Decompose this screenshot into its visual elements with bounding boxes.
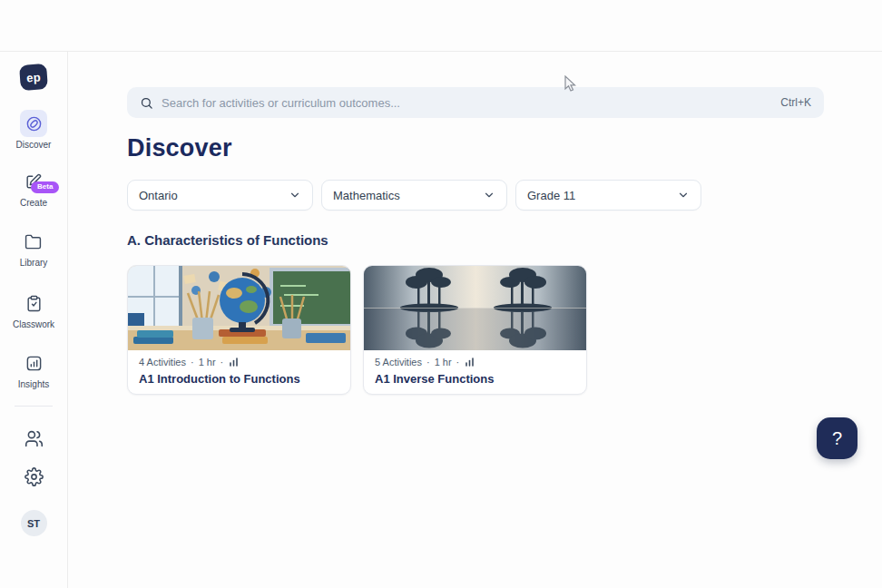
grade-dropdown-value: Grade 11	[527, 189, 575, 202]
activities-count: 4 Activities	[139, 357, 186, 368]
sidebar-item-classwork[interactable]: Classwork	[13, 289, 54, 329]
course-thumbnail-mirrored-lake	[364, 266, 587, 350]
search-shortcut-hint: Ctrl+K	[780, 96, 811, 109]
stats-icon	[464, 357, 475, 368]
section-title: A. Characteristics of Functions	[127, 232, 328, 248]
sidebar: ep Discover Beta Create Library	[0, 52, 68, 588]
page-title: Discover	[127, 134, 232, 162]
meta-separator: ·	[456, 357, 460, 368]
search-icon	[140, 96, 153, 110]
sidebar-item-label: Create	[20, 198, 47, 208]
folder-icon	[20, 228, 47, 255]
card-body: 5 Activities · 1 hr · A1 Inverse Functio…	[364, 350, 586, 386]
card-meta: 4 Activities · 1 hr ·	[139, 357, 339, 368]
filter-bar: Ontario Mathematics Grade 11	[127, 180, 701, 211]
activities-count: 5 Activities	[375, 357, 422, 368]
province-dropdown[interactable]: Ontario	[127, 180, 313, 211]
duration: 1 hr	[435, 357, 452, 368]
sidebar-item-label: Library	[20, 258, 48, 268]
card-title: A1 Introduction to Functions	[139, 372, 339, 386]
stats-icon	[228, 357, 239, 368]
chevron-down-icon	[289, 189, 301, 201]
sidebar-divider	[15, 406, 53, 407]
course-card[interactable]: 5 Activities · 1 hr · A1 Inverse Functio…	[363, 265, 587, 395]
chevron-down-icon	[483, 189, 495, 201]
province-dropdown-value: Ontario	[139, 189, 178, 202]
top-divider	[0, 51, 882, 52]
course-thumbnail-classroom-globe	[128, 266, 351, 350]
grade-dropdown[interactable]: Grade 11	[515, 180, 701, 211]
sidebar-item-insights[interactable]: Insights	[18, 349, 49, 389]
meta-separator: ·	[191, 357, 194, 368]
sidebar-item-create[interactable]: Beta Create	[20, 168, 47, 208]
users-icon[interactable]	[22, 426, 45, 450]
card-title: A1 Inverse Functions	[375, 372, 575, 386]
course-card-list: 4 Activities · 1 hr · A1 Introduction to…	[127, 265, 587, 395]
sidebar-item-discover[interactable]: Discover	[16, 110, 52, 150]
meta-separator: ·	[220, 357, 224, 368]
search-bar[interactable]: Ctrl+K	[127, 87, 824, 118]
help-button[interactable]: ?	[817, 417, 858, 459]
subject-dropdown-value: Mathematics	[333, 189, 400, 202]
app-logo[interactable]: ep	[19, 64, 48, 91]
compass-icon	[20, 110, 47, 137]
subject-dropdown[interactable]: Mathematics	[321, 180, 507, 211]
duration: 1 hr	[199, 357, 216, 368]
bar-chart-square-icon	[20, 349, 47, 377]
question-mark-icon: ?	[832, 428, 842, 449]
card-body: 4 Activities · 1 hr · A1 Introduction to…	[128, 350, 350, 386]
meta-separator: ·	[426, 357, 430, 368]
sidebar-item-label: Classwork	[13, 319, 54, 329]
settings-gear-icon[interactable]	[22, 465, 45, 488]
sidebar-item-library[interactable]: Library	[20, 228, 48, 268]
app-screen: ep Discover Beta Create Library	[0, 0, 882, 588]
course-card[interactable]: 4 Activities · 1 hr · A1 Introduction to…	[127, 265, 351, 395]
edit-pencil-icon: Beta	[20, 168, 47, 195]
search-input[interactable]	[162, 96, 772, 110]
sidebar-item-label: Discover	[16, 140, 52, 150]
card-meta: 5 Activities · 1 hr ·	[375, 357, 575, 368]
avatar[interactable]: ST	[21, 510, 47, 536]
app-logo-text: ep	[26, 70, 42, 84]
sidebar-item-label: Insights	[18, 379, 49, 389]
beta-badge: Beta	[31, 181, 59, 193]
avatar-initials: ST	[27, 518, 40, 529]
clipboard-check-icon	[20, 289, 47, 317]
chevron-down-icon	[677, 189, 690, 201]
